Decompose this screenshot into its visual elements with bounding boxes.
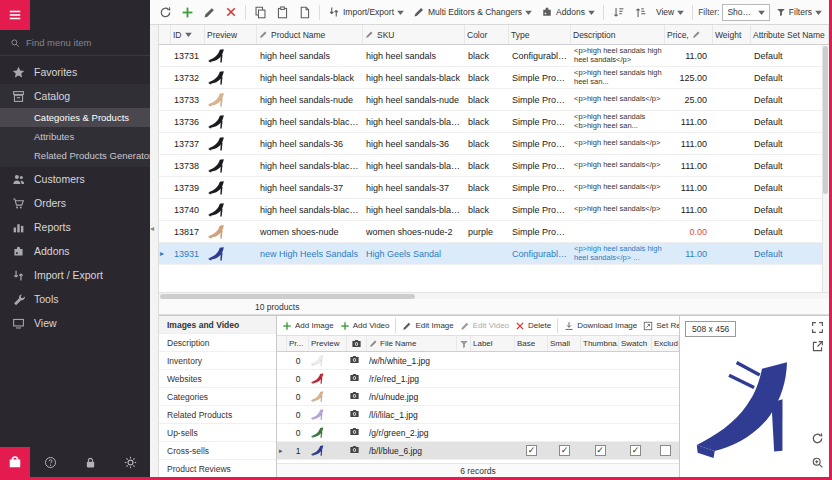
table-row[interactable]: 13739 high heel sandals-37 high heel san…: [159, 177, 829, 199]
image-row[interactable]: 0 /n/u/nude.jpg: [277, 388, 679, 406]
table-row[interactable]: 13931 new High Heels Sandals High Geels …: [159, 243, 829, 265]
edit-video-button[interactable]: Edit Video: [458, 320, 511, 332]
row-expander[interactable]: [277, 447, 287, 455]
table-row[interactable]: 13738 high heel sandals-black-37 high he…: [159, 155, 829, 177]
main-menu-button[interactable]: [0, 0, 30, 30]
column-preview[interactable]: Preview: [309, 336, 347, 351]
sidebar-item-related-products-generator[interactable]: Related Products Generator: [0, 146, 150, 165]
duplicate-button[interactable]: [295, 4, 314, 21]
column-sku[interactable]: SKU: [363, 25, 465, 44]
add-image-button[interactable]: Add Image: [280, 320, 336, 332]
table-row[interactable]: 13740 high heel sandals-black-38 high he…: [159, 199, 829, 221]
add-video-button[interactable]: Add Video: [338, 320, 392, 332]
column-filter[interactable]: [457, 336, 471, 351]
scrollbar-thumb[interactable]: [160, 294, 415, 299]
column-camera[interactable]: [347, 336, 367, 351]
column-file-name[interactable]: File Name: [367, 336, 457, 351]
add-product-button[interactable]: [178, 4, 197, 21]
download-image-button[interactable]: Download Image: [562, 320, 639, 332]
refresh-button[interactable]: [156, 4, 175, 21]
store-button[interactable]: [0, 447, 30, 477]
column-attribute-set[interactable]: Attribute Set Name: [751, 25, 829, 44]
tab-cross-sells[interactable]: Cross-sells: [159, 442, 276, 460]
table-row[interactable]: 13817 women shoes-nude women shoes-nude-…: [159, 221, 829, 243]
column-order[interactable]: Pr...: [287, 336, 309, 351]
panel-splitter[interactable]: [150, 25, 159, 477]
column-product-name[interactable]: Product Name: [257, 25, 363, 44]
multi-editors-menu[interactable]: Multi Editors & Changers: [410, 4, 535, 20]
row-expander[interactable]: [159, 249, 171, 258]
edit-image-button[interactable]: Edit Image: [400, 320, 455, 332]
column-color[interactable]: Color: [465, 25, 509, 44]
tab-websites[interactable]: Websites: [159, 370, 276, 388]
delete-image-button[interactable]: Delete: [513, 320, 553, 332]
edit-product-button[interactable]: [200, 4, 219, 21]
vertical-scrollbar[interactable]: [822, 45, 829, 292]
column-thumbnail[interactable]: Thumbna...: [581, 336, 619, 351]
sidebar-item-tools[interactable]: Tools: [0, 287, 150, 311]
swatch-checkbox[interactable]: ✓: [630, 445, 641, 456]
open-external-icon[interactable]: [811, 340, 824, 353]
view-menu[interactable]: View: [653, 5, 687, 19]
horizontal-scrollbar[interactable]: [159, 292, 829, 299]
tab-images-and-video[interactable]: Images and Video: [159, 316, 276, 334]
column-description[interactable]: Description: [571, 25, 665, 44]
sidebar-item-customers[interactable]: Customers: [0, 167, 150, 191]
sidebar-item-addons[interactable]: Addons: [0, 239, 150, 263]
tab-related-products[interactable]: Related Products: [159, 406, 276, 424]
sidebar-item-view[interactable]: View: [0, 311, 150, 335]
sidebar-item-favorites[interactable]: Favorites: [0, 60, 150, 84]
tab-up-sells[interactable]: Up-sells: [159, 424, 276, 442]
table-row[interactable]: 13733 high heel sandals-nude high heel s…: [159, 89, 829, 111]
column-weight[interactable]: Weight: [713, 25, 751, 44]
sidebar-item-attributes[interactable]: Attributes: [0, 127, 150, 146]
image-row[interactable]: 0 /w/h/white_1.jpg: [277, 352, 679, 370]
category-filter-select[interactable]: Show products from selected categories: [722, 4, 769, 21]
lock-icon[interactable]: [84, 456, 97, 469]
tab-inventory[interactable]: Inventory: [159, 352, 276, 370]
sort-asc-button[interactable]: [609, 4, 628, 21]
delete-product-button[interactable]: [222, 4, 240, 20]
filters-menu[interactable]: Filters: [773, 5, 825, 19]
column-price[interactable]: Price,: [665, 25, 713, 44]
column-swatch[interactable]: Swatch: [619, 336, 652, 351]
thumbnail-checkbox[interactable]: ✓: [595, 445, 606, 456]
column-base[interactable]: Base: [515, 336, 548, 351]
sidebar-item-import-export[interactable]: Import / Export: [0, 263, 150, 287]
column-small[interactable]: Small: [548, 336, 581, 351]
table-row[interactable]: 13737 high heel sandals-36 high heel san…: [159, 133, 829, 155]
addons-menu[interactable]: Addons: [538, 4, 598, 20]
refresh-preview-icon[interactable]: [811, 432, 824, 445]
image-row[interactable]: 0 /l/i/lilac_1.jpg: [277, 406, 679, 424]
sidebar-item-reports[interactable]: Reports: [0, 215, 150, 239]
copy-button[interactable]: [251, 4, 270, 21]
sidebar-item-catalog[interactable]: Catalog: [0, 84, 150, 108]
tab-product-reviews[interactable]: Product Reviews: [159, 460, 276, 477]
column-type[interactable]: Type: [509, 25, 571, 44]
set-resize-rule-button[interactable]: Set Resize Rule: [641, 320, 679, 332]
image-row[interactable]: 0 /r/e/red_1.jpg: [277, 370, 679, 388]
column-id[interactable]: ID: [171, 25, 205, 44]
zoom-icon[interactable]: [811, 456, 824, 469]
sort-desc-button[interactable]: [631, 4, 650, 21]
tab-categories[interactable]: Categories: [159, 388, 276, 406]
table-row[interactable]: 13731 high heel sandals high heel sandal…: [159, 45, 829, 67]
image-row[interactable]: 1 /b/l/blue_6.jpg ✓ ✓ ✓ ✓: [277, 442, 679, 460]
tab-description[interactable]: Description: [159, 334, 276, 352]
image-row[interactable]: 0 /g/r/green_2.jpg: [277, 424, 679, 442]
sidebar-item-orders[interactable]: Orders: [0, 191, 150, 215]
column-label[interactable]: Label: [471, 336, 515, 351]
fullscreen-icon[interactable]: [811, 321, 824, 334]
paste-button[interactable]: [273, 4, 292, 21]
import-export-menu[interactable]: Import/Export: [325, 4, 407, 20]
small-checkbox[interactable]: ✓: [559, 445, 570, 456]
exclude-checkbox[interactable]: [660, 445, 671, 456]
help-icon[interactable]: [44, 456, 57, 469]
table-row[interactable]: 13732 high heel sandals-black high heel …: [159, 67, 829, 89]
sidebar-item-categories-products[interactable]: Categories & Products: [0, 108, 150, 127]
scrollbar-thumb[interactable]: [823, 46, 828, 194]
menu-search-input[interactable]: [26, 37, 140, 48]
base-checkbox[interactable]: ✓: [526, 445, 537, 456]
gear-icon[interactable]: [124, 456, 137, 469]
table-row[interactable]: 13736 high heel sandals-black-36 high he…: [159, 111, 829, 133]
